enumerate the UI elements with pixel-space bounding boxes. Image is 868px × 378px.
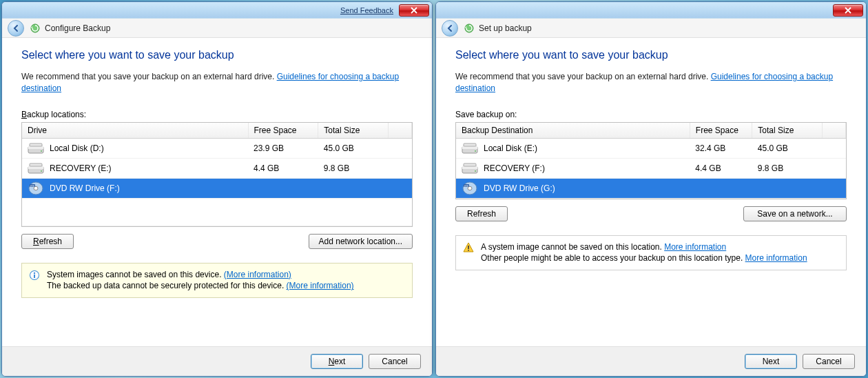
breadcrumb-title: Configure Backup <box>45 23 110 33</box>
footer: Next Cancel <box>436 346 866 376</box>
table-row[interactable]: RECOVERY (E:)4.4 GB9.8 GB <box>22 158 412 178</box>
list-buttons-row: Refresh Add network location... <box>21 234 413 249</box>
cancel-button[interactable]: Cancel <box>369 354 421 369</box>
table-empty-space <box>22 198 412 226</box>
hard-drive-icon <box>462 142 478 155</box>
content-area: Select where you want to save your backu… <box>2 38 432 346</box>
list-buttons-row: Refresh Save on a network... <box>455 206 847 221</box>
back-button[interactable] <box>8 20 24 37</box>
send-feedback-link[interactable]: Send Feedback <box>340 6 393 14</box>
total-size: 45.0 GB <box>318 138 389 158</box>
nav-row: Set up backup <box>436 19 866 38</box>
table-row[interactable]: RECOVERY (F:)4.4 GB9.8 GB <box>456 158 846 178</box>
svg-rect-8 <box>30 163 42 166</box>
list-label: Save backup on: <box>455 110 847 119</box>
col-free[interactable]: Free Space <box>248 123 318 139</box>
more-info-link-1[interactable]: (More information) <box>224 270 291 279</box>
col-spacer <box>823 123 846 139</box>
drive-name: Local Disk (E:) <box>484 143 537 153</box>
window-configure-backup: Send Feedback Configure Backup Select wh… <box>1 1 433 377</box>
page-heading: Select where you want to save your backu… <box>21 49 413 61</box>
next-button[interactable]: Next <box>311 354 363 369</box>
svg-point-7 <box>41 170 42 172</box>
arrow-left-icon <box>12 24 20 32</box>
col-destination[interactable]: Backup Destination <box>456 123 690 139</box>
info-text: System images cannot be saved on this de… <box>47 269 354 292</box>
titlebar: Send Feedback <box>2 2 432 19</box>
hard-drive-icon <box>462 162 478 175</box>
free-space: 4.4 GB <box>248 158 318 178</box>
table-header-row: Backup Destination Free Space Total Size <box>456 123 846 139</box>
col-drive[interactable]: Drive <box>22 123 248 139</box>
drive-name: DVD RW Drive (F:) <box>50 183 120 193</box>
page-heading: Select where you want to save your backu… <box>455 49 847 61</box>
drive-list[interactable]: Drive Free Space Total Size Local Disk (… <box>21 122 413 227</box>
svg-text:DVD: DVD <box>30 184 35 187</box>
more-info-link-1[interactable]: More information <box>664 242 726 252</box>
svg-point-24 <box>475 170 476 172</box>
drive-list[interactable]: Backup Destination Free Space Total Size… <box>455 122 847 199</box>
col-free[interactable]: Free Space <box>690 123 752 139</box>
svg-rect-19 <box>462 146 477 149</box>
total-size <box>752 178 823 198</box>
description: We recommend that you save your backup o… <box>21 71 413 94</box>
content-area: Select where you want to save your backu… <box>436 38 866 346</box>
dvd-drive-icon: DVD <box>462 182 478 195</box>
save-on-network-button[interactable]: Save on a network... <box>743 206 847 221</box>
dvd-drive-icon: DVD <box>28 182 44 195</box>
backup-app-icon <box>30 23 41 34</box>
close-button[interactable] <box>833 4 863 17</box>
close-icon <box>845 7 851 14</box>
close-button[interactable] <box>399 4 429 17</box>
breadcrumb-title: Set up backup <box>479 23 532 33</box>
svg-rect-4 <box>30 143 42 146</box>
warning-icon <box>463 242 474 257</box>
free-space: 23.9 GB <box>248 138 318 158</box>
description-text: We recommend that you save your backup o… <box>21 72 277 81</box>
total-size: 45.0 GB <box>752 138 823 158</box>
table-header-row: Drive Free Space Total Size <box>22 123 412 139</box>
svg-point-3 <box>41 150 42 152</box>
refresh-button[interactable]: Refresh <box>21 234 74 249</box>
table-row[interactable]: Local Disk (E:)32.4 GB45.0 GB <box>456 138 846 158</box>
free-space <box>690 178 752 198</box>
info-icon <box>29 270 40 284</box>
table-row[interactable]: DVDDVD RW Drive (G:) <box>456 178 846 198</box>
hard-drive-icon <box>28 162 44 175</box>
col-total[interactable]: Total Size <box>752 123 823 139</box>
close-icon <box>411 7 417 14</box>
add-network-location-button[interactable]: Add network location... <box>309 234 413 249</box>
total-size: 9.8 GB <box>752 158 823 178</box>
backup-app-icon <box>464 23 475 34</box>
more-info-link-2[interactable]: (More information) <box>287 281 354 290</box>
drive-name: RECOVERY (F:) <box>484 163 545 173</box>
cancel-button[interactable]: Cancel <box>803 354 855 369</box>
table-row[interactable]: Local Disk (D:)23.9 GB45.0 GB <box>22 138 412 158</box>
drive-name: DVD RW Drive (G:) <box>484 183 555 193</box>
next-button[interactable]: Next <box>745 354 797 369</box>
svg-rect-30 <box>468 246 469 249</box>
list-label: Backup locations: <box>21 110 413 119</box>
free-space: 32.4 GB <box>690 138 752 158</box>
free-space: 4.4 GB <box>690 158 752 178</box>
refresh-button[interactable]: Refresh <box>455 206 508 221</box>
svg-rect-21 <box>464 143 476 146</box>
drive-name: RECOVERY (E:) <box>50 163 112 173</box>
total-size <box>318 178 389 198</box>
svg-rect-6 <box>28 166 43 169</box>
arrow-left-icon <box>446 24 454 32</box>
svg-point-20 <box>475 150 476 152</box>
svg-text:DVD: DVD <box>464 184 469 187</box>
description: We recommend that you save your backup o… <box>455 71 847 94</box>
table-row[interactable]: DVDDVD RW Drive (F:) <box>22 178 412 198</box>
col-total[interactable]: Total Size <box>318 123 389 139</box>
info-box: System images cannot be saved on this de… <box>21 263 413 299</box>
back-button[interactable] <box>442 20 458 37</box>
nav-row: Configure Backup <box>2 19 432 38</box>
free-space <box>248 178 318 198</box>
description-text: We recommend that you save your backup o… <box>455 72 711 81</box>
svg-rect-23 <box>462 166 477 169</box>
more-info-link-2[interactable]: More information <box>745 253 807 263</box>
breadcrumb: Set up backup <box>464 23 532 34</box>
titlebar <box>436 2 866 19</box>
